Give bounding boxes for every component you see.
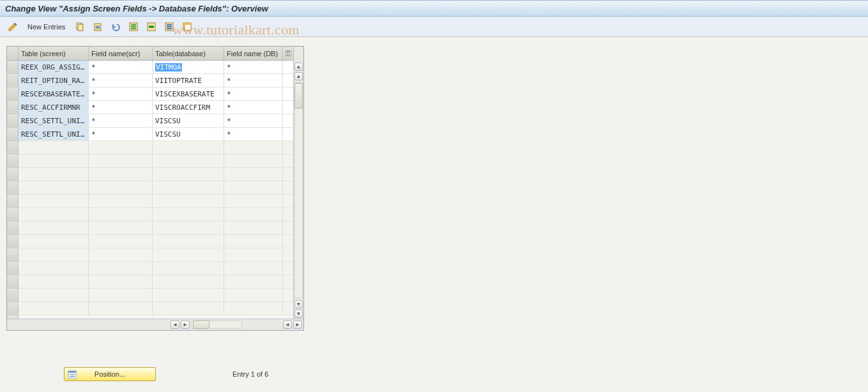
table-config-icon[interactable] bbox=[283, 47, 293, 60]
cell-empty[interactable] bbox=[19, 181, 89, 194]
cell-field-db[interactable]: * bbox=[224, 74, 283, 87]
cell-empty[interactable] bbox=[19, 289, 89, 301]
row-selector[interactable] bbox=[7, 222, 18, 235]
cell-empty[interactable] bbox=[153, 208, 224, 221]
cell-empty[interactable] bbox=[89, 248, 153, 261]
cell-empty[interactable] bbox=[19, 275, 89, 288]
cell-field-scr[interactable]: * bbox=[89, 128, 153, 140]
col-header-table-database[interactable]: Table(database) bbox=[153, 47, 224, 60]
cell-empty[interactable] bbox=[89, 141, 153, 154]
hscroll-right-icon[interactable]: ► bbox=[181, 320, 190, 329]
cell-field-db[interactable]: * bbox=[224, 61, 283, 73]
cell-empty[interactable] bbox=[19, 155, 89, 167]
scroll-down-icon-2[interactable]: ▼ bbox=[294, 310, 303, 318]
cell-empty[interactable] bbox=[153, 302, 224, 315]
cell-empty[interactable] bbox=[89, 289, 153, 301]
row-selector[interactable] bbox=[7, 141, 18, 155]
cell-field-scr[interactable]: * bbox=[89, 101, 153, 114]
row-selector[interactable] bbox=[7, 87, 18, 101]
row-selector[interactable] bbox=[7, 128, 18, 141]
cell-empty[interactable] bbox=[224, 181, 283, 194]
row-selector[interactable] bbox=[7, 101, 18, 114]
cell-empty[interactable] bbox=[224, 141, 283, 154]
cell-empty[interactable] bbox=[89, 181, 153, 194]
cell-empty[interactable] bbox=[89, 222, 153, 234]
cell-empty[interactable] bbox=[153, 155, 224, 167]
scroll-down-icon[interactable]: ▼ bbox=[294, 300, 303, 308]
row-selector[interactable] bbox=[7, 114, 18, 128]
cell-empty[interactable] bbox=[19, 222, 89, 234]
row-selector[interactable] bbox=[7, 289, 18, 302]
scroll-track[interactable] bbox=[294, 82, 303, 298]
row-selector[interactable] bbox=[7, 208, 18, 222]
cell-empty[interactable] bbox=[153, 222, 224, 234]
hscroll-thumb[interactable] bbox=[193, 320, 209, 329]
cell-table-screen[interactable]: RESCEXBASERATE… bbox=[19, 87, 89, 100]
cell-empty[interactable] bbox=[19, 235, 89, 248]
row-selector[interactable] bbox=[7, 275, 18, 289]
hscroll-left-icon-2[interactable]: ◄ bbox=[283, 320, 292, 329]
deselect-all-icon[interactable] bbox=[162, 20, 177, 33]
cell-empty[interactable] bbox=[89, 235, 153, 248]
cell-field-db[interactable]: * bbox=[224, 101, 283, 114]
row-selector[interactable] bbox=[7, 302, 18, 315]
cell-empty[interactable] bbox=[153, 168, 224, 181]
cell-empty[interactable] bbox=[224, 289, 283, 301]
cell-table-db[interactable]: VISCSU bbox=[153, 114, 224, 127]
hscroll-left-icon[interactable]: ◄ bbox=[171, 320, 179, 329]
row-selector[interactable] bbox=[7, 235, 18, 248]
delete-icon[interactable] bbox=[90, 20, 105, 33]
hscroll-right-icon-2[interactable]: ► bbox=[293, 320, 302, 329]
col-header-table-screen[interactable]: Table (screen) bbox=[19, 47, 89, 60]
cell-empty[interactable] bbox=[19, 168, 89, 181]
position-button[interactable]: Position... bbox=[64, 367, 156, 381]
cell-empty[interactable] bbox=[19, 208, 89, 221]
cell-field-db[interactable]: * bbox=[224, 128, 283, 140]
cell-empty[interactable] bbox=[224, 235, 283, 248]
cell-field-scr[interactable]: * bbox=[89, 74, 153, 87]
cell-empty[interactable] bbox=[19, 248, 89, 261]
new-entries-button[interactable]: New Entries bbox=[23, 20, 70, 33]
col-header-field-name-db[interactable]: Field name (DB) bbox=[224, 47, 283, 60]
cell-empty[interactable] bbox=[224, 168, 283, 181]
row-selector[interactable] bbox=[7, 74, 18, 87]
cell-empty[interactable] bbox=[224, 222, 283, 234]
hscroll-track[interactable] bbox=[191, 320, 242, 329]
row-selector-header[interactable] bbox=[7, 47, 18, 61]
col-header-field-name-scr[interactable]: Field name(scr) bbox=[89, 47, 153, 60]
cell-empty[interactable] bbox=[89, 168, 153, 181]
cell-table-db[interactable]: VISCSU bbox=[153, 128, 224, 140]
cell-empty[interactable] bbox=[89, 155, 153, 167]
cell-field-scr[interactable]: * bbox=[89, 61, 153, 73]
cell-field-scr[interactable]: * bbox=[89, 87, 153, 100]
cell-empty[interactable] bbox=[153, 275, 224, 288]
cell-table-db[interactable]: VISCEXBASERATE bbox=[153, 87, 224, 100]
cell-table-screen[interactable]: REIT_OPTION_RA… bbox=[19, 74, 89, 87]
cell-field-scr[interactable]: * bbox=[89, 114, 153, 127]
cell-empty[interactable] bbox=[19, 262, 89, 275]
row-selector[interactable] bbox=[7, 155, 18, 168]
cell-table-screen[interactable]: RESC_SETTL_UNI… bbox=[19, 128, 89, 140]
cell-empty[interactable] bbox=[224, 195, 283, 207]
row-selector[interactable] bbox=[7, 61, 18, 74]
cell-empty[interactable] bbox=[224, 248, 283, 261]
select-block-icon[interactable] bbox=[144, 20, 159, 33]
cell-empty[interactable] bbox=[19, 141, 89, 154]
scroll-up-icon[interactable]: ▲ bbox=[294, 63, 303, 71]
cell-empty[interactable] bbox=[89, 195, 153, 207]
copy-icon[interactable] bbox=[72, 20, 88, 33]
cell-empty[interactable] bbox=[153, 235, 224, 248]
cell-empty[interactable] bbox=[19, 195, 89, 207]
cell-empty[interactable] bbox=[224, 208, 283, 221]
cell-empty[interactable] bbox=[153, 195, 224, 207]
cell-table-screen[interactable]: REEX_ORG_ASSIG… bbox=[19, 61, 89, 73]
horizontal-scrollbar[interactable]: ◄ ► ◄ ► bbox=[7, 319, 303, 330]
cell-empty[interactable] bbox=[89, 302, 153, 315]
cell-table-db[interactable]: VITMOA bbox=[153, 61, 224, 73]
row-selector[interactable] bbox=[7, 181, 18, 195]
cell-table-db[interactable]: VIITOPTRATE bbox=[153, 74, 224, 87]
config-icon[interactable] bbox=[179, 20, 195, 33]
change-icon[interactable] bbox=[5, 20, 20, 33]
cell-empty[interactable] bbox=[89, 208, 153, 221]
row-selector[interactable] bbox=[7, 168, 18, 181]
